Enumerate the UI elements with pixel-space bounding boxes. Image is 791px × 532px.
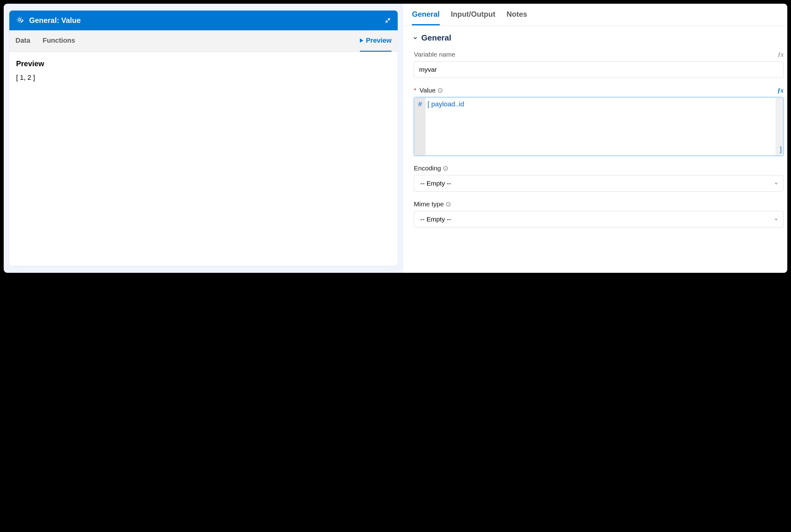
preview-output: [ 1, 2 ] (16, 74, 391, 82)
left-tab-bar: Data Functions Preview (9, 30, 398, 52)
left-tabs-group: Data Functions (16, 30, 75, 52)
play-icon (360, 38, 363, 43)
encoding-select-wrapper: -- Empty -- (414, 175, 784, 192)
right-body: General Variable name ƒx * Value (403, 26, 787, 244)
field-variable-name: Variable name ƒx (412, 51, 784, 78)
label-row-encoding: Encoding (414, 165, 784, 172)
code-bracket-close: ] (780, 145, 782, 153)
section-title: General (421, 33, 451, 43)
label-mime-type: Mime type (414, 201, 451, 208)
variable-name-input[interactable] (414, 61, 784, 78)
left-panel: General: Value Data Functions Preview (4, 4, 403, 273)
preview-card: General: Value Data Functions Preview (9, 11, 398, 266)
svg-point-0 (19, 19, 21, 21)
tab-notes[interactable]: Notes (507, 10, 527, 25)
tab-preview-label: Preview (366, 37, 391, 44)
fx-icon[interactable]: ƒx (778, 51, 784, 58)
label-row-variable-name: Variable name ƒx (414, 51, 784, 58)
fx-icon[interactable]: ƒx (777, 87, 784, 94)
preview-heading: Preview (16, 59, 391, 68)
label-mime-type-text: Mime type (414, 201, 444, 208)
info-icon[interactable] (438, 88, 443, 93)
mime-type-select-wrapper: -- Empty -- (414, 211, 784, 228)
code-expression: payload..id (429, 100, 464, 108)
tab-general[interactable]: General (412, 10, 439, 25)
right-tab-bar: General Input/Output Notes (403, 4, 787, 26)
tab-functions[interactable]: Functions (43, 30, 75, 52)
collapse-icon[interactable] (385, 17, 391, 23)
label-encoding-text: Encoding (414, 165, 441, 172)
required-star-icon: * (414, 87, 416, 94)
right-panel: General Input/Output Notes General Varia… (403, 4, 787, 273)
card-header-left: General: Value (16, 16, 81, 25)
label-encoding: Encoding (414, 165, 448, 172)
field-encoding: Encoding -- Empty -- (412, 165, 784, 192)
info-icon[interactable] (443, 166, 448, 171)
label-value: * Value (414, 87, 443, 94)
card-title: General: Value (29, 16, 81, 25)
encoding-select[interactable]: -- Empty -- (414, 175, 784, 192)
tab-input-output[interactable]: Input/Output (451, 10, 495, 25)
label-row-mime-type: Mime type (414, 201, 784, 208)
app-container: General: Value Data Functions Preview (4, 4, 787, 273)
card-body: Preview [ 1, 2 ] (9, 52, 398, 266)
code-content[interactable]: [ payload..id ] (415, 98, 783, 155)
card-header: General: Value (9, 11, 398, 30)
code-hash: # (415, 100, 425, 108)
mime-type-select[interactable]: -- Empty -- (414, 211, 784, 228)
label-variable-name: Variable name (414, 51, 455, 58)
field-value: * Value ƒx # [ payload..id (412, 87, 784, 156)
section-header-general[interactable]: General (412, 33, 784, 43)
label-value-text: Value (420, 87, 436, 94)
label-row-value: * Value ƒx (414, 87, 784, 94)
chevron-down-icon (412, 35, 418, 41)
tab-data[interactable]: Data (16, 30, 30, 52)
field-mime-type: Mime type -- Empty -- (412, 201, 784, 228)
info-icon[interactable] (446, 202, 451, 207)
gear-pencil-icon (16, 16, 25, 25)
tab-preview[interactable]: Preview (360, 30, 391, 52)
value-code-editor[interactable]: # [ payload..id ] (414, 97, 784, 156)
